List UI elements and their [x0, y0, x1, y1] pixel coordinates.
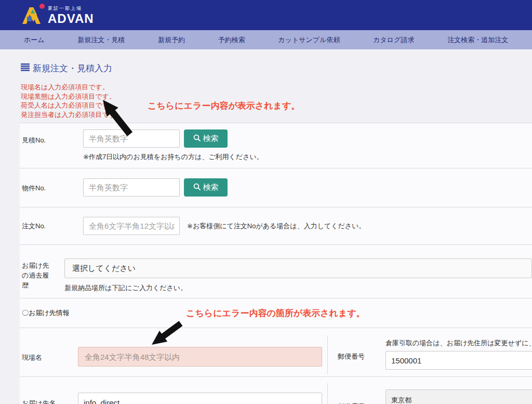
delivery-info-section-row: 〇お届け先情報	[20, 298, 532, 328]
nav-item-home[interactable]: ホーム	[24, 35, 45, 45]
site-name-label: 現場名	[20, 328, 78, 376]
property-search-button[interactable]: 検索	[184, 178, 228, 197]
prefecture-cell: 都道府県 東京都	[327, 383, 532, 404]
postal-code-cell: 郵便番号 倉庫引取の場合は、お届け先住所は変更せずに、このまま	[327, 335, 532, 374]
list-icon	[21, 63, 30, 74]
search-icon	[193, 134, 201, 143]
estimate-no-label: 見積No.	[20, 129, 83, 168]
delivery-name-input[interactable]	[78, 393, 322, 404]
delivery-name-label: お届け先名	[20, 377, 78, 404]
nav-item-order-search-additional[interactable]: 注文検索・追加注文	[447, 35, 508, 45]
error-message-list: 現場名は入力必須項目です。 現場業態は入力必須項目です。 荷受人名は入力必須項目…	[21, 83, 532, 119]
nav-item-new-order-estimate[interactable]: 新規注文・見積	[77, 35, 125, 45]
error-message: 荷受人名は入力必須項目です。	[21, 101, 532, 110]
main-nav: ホーム 新規注文・見積 新規予約 予約検索 カットサンプル依頼 カタログ請求 注…	[0, 30, 532, 49]
logo-text: 東証一部上場 ADVAN	[48, 5, 94, 25]
estimate-no-input[interactable]	[83, 129, 180, 148]
delivery-history-label: お届け先の過去履歴	[20, 258, 64, 298]
property-no-row: 物件No. 検索	[20, 168, 532, 207]
site-name-postal-row: 現場名 郵便番号 倉庫引取の場合は、お届け先住所は変更せずに、このまま	[20, 328, 532, 377]
order-form: 見積No. 検索 ※作成7日以内のお見積をお持ちの方は、ご利用ください。 物件N…	[20, 123, 532, 404]
site-name-input[interactable]	[78, 347, 322, 367]
logo-company-name: ADVAN	[48, 12, 94, 25]
search-button-label: 検索	[203, 183, 219, 192]
delivery-name-prefecture-row: お届け先名 都道府県 東京都	[20, 377, 532, 404]
prefecture-select[interactable]: 東京都	[385, 389, 532, 404]
order-no-input[interactable]	[83, 217, 180, 235]
prefecture-selected-value: 東京都	[391, 396, 411, 404]
order-no-note: ※お客様側にて注文Noがある場合は、入力してください。	[187, 221, 365, 231]
nav-item-reservation-search[interactable]: 予約検索	[218, 35, 245, 45]
page-title-label: 新規注文・見積入力	[33, 62, 112, 74]
delivery-history-note: 新規納品場所は下記にご入力ください。	[64, 283, 532, 293]
nav-item-catalog-request[interactable]: カタログ請求	[373, 35, 414, 45]
error-message: 現場業態は入力必須項目です。	[21, 92, 532, 101]
postal-code-note: 倉庫引取の場合は、お届け先住所は変更せずに、このまま	[385, 338, 532, 348]
nav-item-cut-sample-request[interactable]: カットサンプル依頼	[278, 35, 340, 45]
order-no-label: 注文No.	[20, 221, 83, 231]
app-header: 東証一部上場 ADVAN	[0, 0, 532, 30]
error-message: 現場名は入力必須項目です。	[21, 83, 532, 92]
advan-logo-icon	[21, 3, 45, 27]
delivery-history-row: お届け先の過去履歴 選択してください 新規納品場所は下記にご入力ください。	[20, 245, 532, 298]
order-no-row: 注文No. ※お客様側にて注文Noがある場合は、入力してください。	[20, 207, 532, 245]
nav-item-new-reservation[interactable]: 新規予約	[158, 35, 185, 45]
postal-code-input[interactable]	[385, 351, 532, 370]
advan-logo[interactable]: 東証一部上場 ADVAN	[21, 3, 94, 27]
estimate-no-note: ※作成7日以内のお見積をお持ちの方は、ご利用ください。	[83, 152, 263, 162]
estimate-no-row: 見積No. 検索 ※作成7日以内のお見積をお持ちの方は、ご利用ください。	[20, 123, 532, 168]
prefecture-label: 都道府県	[338, 383, 385, 404]
page-title: 新規注文・見積入力	[21, 62, 532, 74]
search-button-label: 検索	[203, 134, 219, 144]
property-no-input[interactable]	[83, 178, 180, 197]
delivery-info-section-title: 〇お届け先情報	[20, 308, 70, 318]
postal-code-label: 郵便番号	[338, 335, 385, 374]
error-message: 発注担当者は入力必須項目です。	[21, 110, 532, 120]
property-no-label: 物件No.	[20, 178, 83, 207]
estimate-search-button[interactable]: 検索	[184, 129, 228, 148]
delivery-history-selected-value: 選択してください	[72, 264, 136, 273]
search-icon	[193, 183, 201, 192]
delivery-history-select[interactable]: 選択してください	[64, 258, 532, 278]
